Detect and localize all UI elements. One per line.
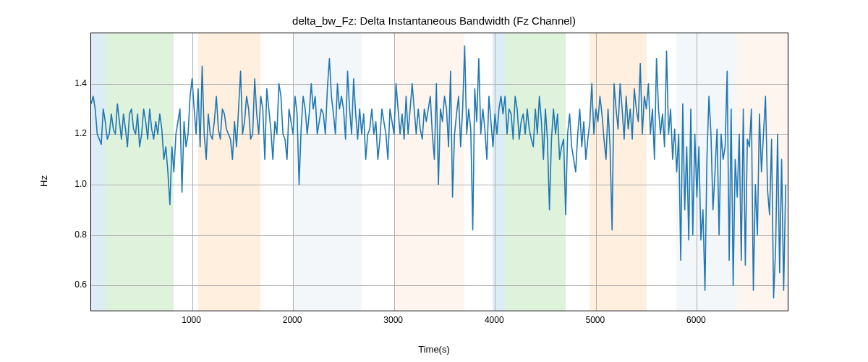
x-tick-label: 5000	[585, 315, 605, 325]
y-tick-label: 1.2	[58, 128, 87, 138]
x-tick-label: 2000	[283, 315, 302, 325]
x-axis-label: Time(s)	[418, 344, 450, 355]
y-axis-label: Hz	[38, 175, 49, 187]
chart-figure: delta_bw_Fz: Delta Instantaneous Bandwid…	[0, 0, 868, 362]
y-tick-label: 1.4	[58, 78, 87, 88]
chart-title: delta_bw_Fz: Delta Instantaneous Bandwid…	[0, 14, 868, 27]
y-tick-label: 0.6	[58, 279, 87, 290]
x-tick-label: 6000	[686, 315, 706, 325]
x-tick-label: 4000	[485, 315, 504, 325]
x-tick-label: 1000	[182, 315, 201, 325]
y-tick-label: 1.0	[58, 179, 87, 189]
plot-area	[90, 33, 788, 311]
series-path	[91, 46, 786, 298]
x-tick-label: 3000	[383, 315, 403, 325]
line-plot	[91, 33, 788, 311]
y-tick-label: 0.8	[58, 230, 87, 240]
